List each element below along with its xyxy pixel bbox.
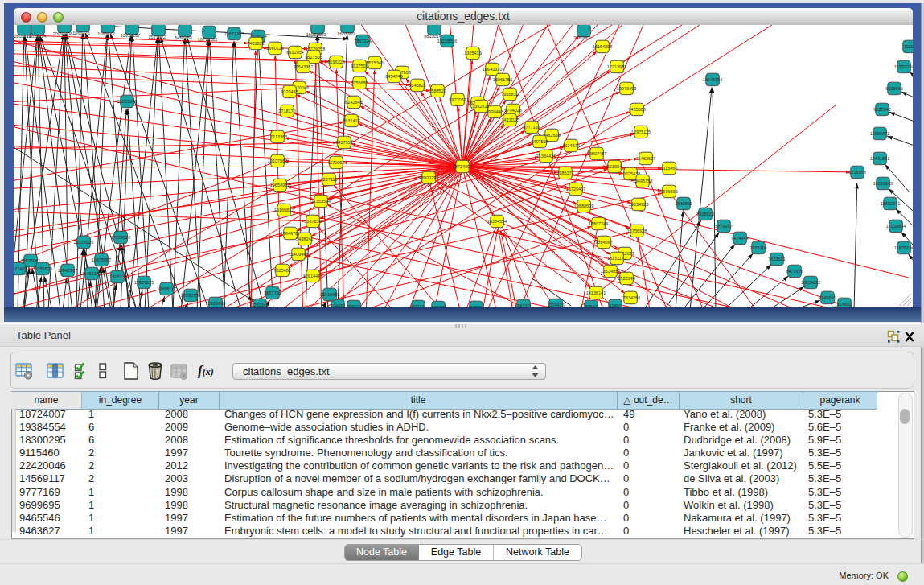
svg-text:9527505: 9527505 bbox=[305, 55, 322, 60]
svg-text:2588520: 2588520 bbox=[429, 89, 446, 93]
svg-text:10543382: 10543382 bbox=[294, 64, 313, 69]
svg-text:10975857: 10975857 bbox=[92, 257, 111, 262]
svg-text:17857225: 17857225 bbox=[134, 280, 154, 285]
svg-text:5498242: 5498242 bbox=[296, 237, 313, 241]
svg-text:15751074: 15751074 bbox=[894, 64, 913, 69]
svg-text:8471676: 8471676 bbox=[786, 269, 803, 274]
svg-text:18807249: 18807249 bbox=[589, 221, 608, 226]
svg-text:26053346: 26053346 bbox=[117, 99, 137, 104]
svg-text:1292346: 1292346 bbox=[251, 303, 268, 307]
svg-text:96332: 96332 bbox=[517, 303, 529, 307]
svg-text:6794028: 6794028 bbox=[504, 108, 521, 113]
svg-text:16671385: 16671385 bbox=[224, 31, 244, 36]
svg-text:7625402: 7625402 bbox=[273, 268, 290, 273]
svg-text:2718170: 2718170 bbox=[278, 109, 295, 113]
svg-text:12975115: 12975115 bbox=[631, 130, 651, 134]
svg-text:12505135: 12505135 bbox=[108, 274, 127, 279]
svg-text:9657791: 9657791 bbox=[264, 290, 281, 295]
svg-text:87542: 87542 bbox=[585, 304, 597, 307]
svg-text:9474444: 9474444 bbox=[731, 236, 748, 241]
svg-text:84521: 84521 bbox=[470, 305, 482, 307]
svg-text:9329966: 9329966 bbox=[885, 86, 902, 91]
svg-text:1640955: 1640955 bbox=[675, 201, 692, 206]
svg-text:11156829: 11156829 bbox=[33, 266, 52, 271]
svg-text:12441851: 12441851 bbox=[870, 156, 889, 161]
svg-text:1362615: 1362615 bbox=[472, 104, 489, 109]
svg-text:17046786: 17046786 bbox=[281, 231, 300, 236]
svg-text:8031414: 8031414 bbox=[343, 118, 359, 123]
svg-text:1024416: 1024416 bbox=[547, 303, 564, 307]
svg-text:15720407: 15720407 bbox=[566, 187, 585, 192]
svg-text:10958117: 10958117 bbox=[157, 286, 176, 291]
svg-text:95621: 95621 bbox=[347, 304, 359, 307]
svg-text:1325419: 1325419 bbox=[464, 51, 481, 56]
svg-text:1065326: 1065326 bbox=[72, 31, 89, 35]
svg-text:16961755: 16961755 bbox=[493, 77, 512, 82]
svg-text:621604: 621604 bbox=[607, 164, 622, 169]
svg-text:9777169: 9777169 bbox=[523, 125, 540, 130]
svg-text:92450: 92450 bbox=[609, 303, 621, 307]
svg-text:16154808: 16154808 bbox=[593, 44, 612, 49]
svg-text:10688609: 10688609 bbox=[574, 204, 593, 208]
svg-text:8242848: 8242848 bbox=[345, 100, 362, 105]
svg-text:21364436: 21364436 bbox=[536, 154, 556, 159]
svg-text:19654982: 19654982 bbox=[270, 183, 290, 187]
svg-text:1527602: 1527602 bbox=[148, 35, 165, 39]
svg-text:17334266: 17334266 bbox=[621, 295, 640, 300]
svg-text:12093872: 12093872 bbox=[870, 131, 889, 136]
svg-text:12923468: 12923468 bbox=[206, 301, 225, 306]
svg-text:6497598: 6497598 bbox=[531, 139, 548, 144]
svg-text:1170052: 1170052 bbox=[327, 160, 344, 165]
svg-text:8196328: 8196328 bbox=[327, 60, 344, 64]
svg-text:2935114: 2935114 bbox=[749, 245, 766, 250]
svg-text:1603380: 1603380 bbox=[337, 31, 354, 36]
svg-text:10719185: 10719185 bbox=[198, 37, 217, 42]
svg-text:19166822: 19166822 bbox=[274, 208, 294, 212]
svg-text:8912954: 8912954 bbox=[286, 50, 303, 55]
svg-text:9227342: 9227342 bbox=[873, 107, 890, 112]
svg-text:17359928: 17359928 bbox=[111, 235, 130, 240]
svg-text:14136141: 14136141 bbox=[586, 290, 606, 295]
svg-text:16914479: 16914479 bbox=[303, 274, 322, 278]
svg-text:7632621: 7632621 bbox=[768, 257, 785, 262]
svg-text:8215958: 8215958 bbox=[848, 170, 865, 175]
svg-text:19654923: 19654923 bbox=[629, 202, 648, 207]
svg-text:10807487: 10807487 bbox=[587, 151, 606, 156]
svg-text:11451349: 11451349 bbox=[82, 271, 101, 276]
svg-text:15692971: 15692971 bbox=[881, 201, 900, 206]
svg-text:1065532: 1065532 bbox=[97, 31, 114, 36]
svg-text:3267110: 3267110 bbox=[320, 177, 337, 182]
svg-text:9327501: 9327501 bbox=[351, 64, 368, 68]
svg-text:6879197: 6879197 bbox=[715, 224, 732, 229]
svg-text:7986372: 7986372 bbox=[556, 171, 573, 175]
svg-text:924501: 924501 bbox=[837, 302, 852, 307]
svg-text:1421022: 1421022 bbox=[501, 117, 518, 122]
svg-text:15716485: 15716485 bbox=[320, 292, 339, 297]
svg-text:7857224: 7857224 bbox=[354, 39, 371, 43]
svg-text:14055724: 14055724 bbox=[27, 34, 46, 39]
svg-text:104432: 104432 bbox=[331, 303, 345, 307]
svg-text:3587834: 3587834 bbox=[304, 219, 321, 224]
svg-text:9245652: 9245652 bbox=[819, 295, 836, 300]
svg-text:11675334: 11675334 bbox=[894, 245, 913, 250]
svg-text:16151172: 16151172 bbox=[607, 256, 626, 261]
svg-text:19384554: 19384554 bbox=[487, 219, 507, 224]
svg-text:7463822: 7463822 bbox=[247, 41, 264, 46]
svg-text:9115460: 9115460 bbox=[660, 166, 677, 171]
svg-text:2522144: 2522144 bbox=[618, 276, 634, 281]
svg-text:12213987: 12213987 bbox=[607, 64, 626, 69]
svg-text:8454749: 8454749 bbox=[385, 74, 402, 79]
svg-text:8660124: 8660124 bbox=[266, 46, 283, 51]
svg-text:10973493: 10973493 bbox=[617, 86, 636, 91]
svg-text:9515346: 9515346 bbox=[366, 60, 383, 65]
svg-text:15756928: 15756928 bbox=[627, 229, 647, 233]
svg-text:9146821: 9146821 bbox=[409, 83, 425, 88]
svg-text:9384067: 9384067 bbox=[595, 240, 612, 245]
svg-text:8938923: 8938923 bbox=[696, 212, 713, 216]
svg-text:16033809: 16033809 bbox=[306, 32, 326, 37]
svg-text:10654112: 10654112 bbox=[801, 280, 820, 285]
svg-text:87231: 87231 bbox=[412, 304, 424, 307]
svg-text:9427552: 9427552 bbox=[335, 140, 352, 145]
svg-text:16782759: 16782759 bbox=[181, 293, 200, 298]
svg-text:10107563: 10107563 bbox=[268, 159, 287, 163]
